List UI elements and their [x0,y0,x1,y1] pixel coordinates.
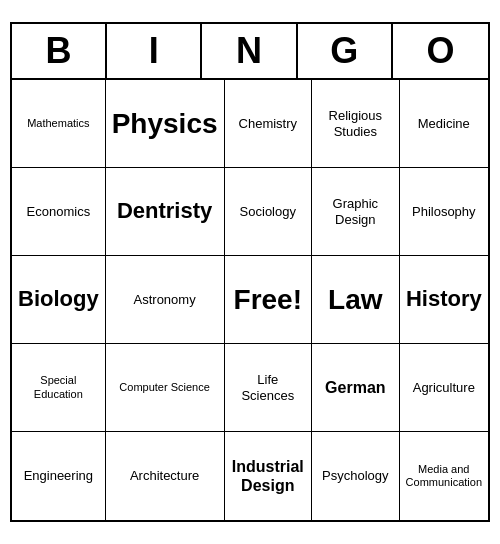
bingo-cell-5: Economics [12,168,106,256]
bingo-cell-17: Life Sciences [225,344,313,432]
header-letter-g: G [298,24,393,78]
bingo-card: BINGO MathematicsPhysicsChemistryReligio… [10,22,490,522]
bingo-cell-19: Agriculture [400,344,488,432]
bingo-cell-9: Philosophy [400,168,488,256]
bingo-cell-12: Free! [225,256,313,344]
bingo-cell-10: Biology [12,256,106,344]
bingo-cell-23: Psychology [312,432,400,520]
bingo-cell-11: Astronomy [106,256,225,344]
bingo-grid: MathematicsPhysicsChemistryReligious Stu… [12,80,488,520]
bingo-cell-3: Religious Studies [312,80,400,168]
header-letter-n: N [202,24,297,78]
bingo-cell-7: Sociology [225,168,313,256]
bingo-cell-22: Industrial Design [225,432,313,520]
bingo-cell-13: Law [312,256,400,344]
bingo-cell-14: History [400,256,488,344]
header-letter-o: O [393,24,488,78]
bingo-cell-20: Engineering [12,432,106,520]
bingo-cell-1: Physics [106,80,225,168]
bingo-cell-6: Dentristy [106,168,225,256]
bingo-cell-0: Mathematics [12,80,106,168]
bingo-cell-15: Special Education [12,344,106,432]
bingo-cell-4: Medicine [400,80,488,168]
bingo-cell-16: Computer Science [106,344,225,432]
bingo-cell-18: German [312,344,400,432]
header-letter-b: B [12,24,107,78]
bingo-cell-2: Chemistry [225,80,313,168]
header-letter-i: I [107,24,202,78]
bingo-cell-8: Graphic Design [312,168,400,256]
bingo-header: BINGO [12,24,488,80]
bingo-cell-21: Architecture [106,432,225,520]
bingo-cell-24: Media and Communication [400,432,488,520]
